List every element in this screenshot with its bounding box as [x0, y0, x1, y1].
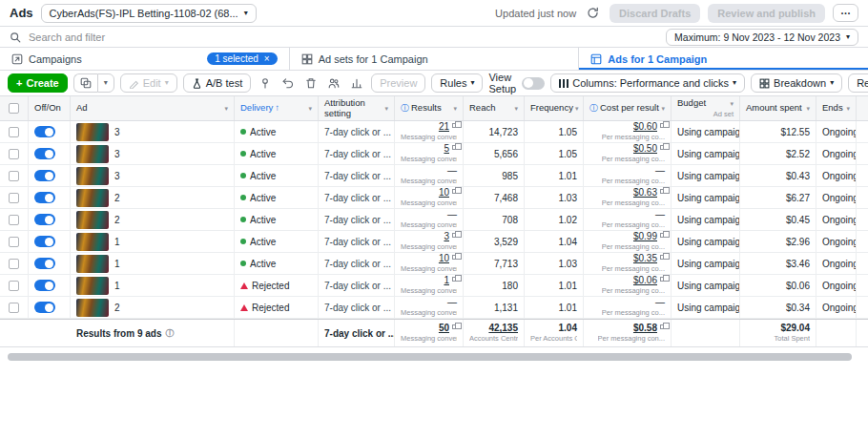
row-checkbox[interactable] [9, 303, 19, 313]
undo-button[interactable] [279, 74, 297, 92]
ad-thumbnail[interactable] [76, 299, 109, 317]
cost-value[interactable]: — [655, 297, 665, 307]
ad-on-off-toggle[interactable] [34, 126, 55, 137]
cost-value[interactable]: $0.63 [633, 187, 657, 198]
assign-people-button[interactable] [325, 74, 342, 92]
ad-on-off-toggle[interactable] [34, 214, 55, 225]
cost-value[interactable]: $0.60 [633, 121, 657, 132]
column-header-results[interactable]: ⓘResults▾ [395, 96, 464, 120]
rules-button[interactable]: Rules ▾ [431, 73, 483, 93]
ad-thumbnail[interactable] [76, 211, 109, 229]
ad-thumbnail[interactable] [76, 233, 109, 251]
search-input[interactable] [27, 31, 660, 44]
ad-name[interactable]: 2 [114, 193, 120, 203]
column-header-frequency[interactable]: Frequency▾ [525, 96, 584, 120]
results-value[interactable]: 21 [439, 121, 449, 132]
ad-on-off-toggle[interactable] [34, 258, 55, 269]
cost-value[interactable]: $0.06 [633, 275, 657, 285]
sort-caret-icon[interactable]: ▾ [384, 105, 388, 113]
ad-on-off-toggle[interactable] [34, 236, 55, 247]
column-header-ends[interactable]: Ends▾ [816, 96, 857, 120]
ad-thumbnail[interactable] [76, 145, 109, 163]
select-all-checkbox[interactable] [9, 103, 19, 114]
view-setup-toggle[interactable] [522, 77, 545, 90]
cost-value[interactable]: $0.99 [633, 231, 657, 241]
row-checkbox[interactable] [9, 215, 19, 225]
column-header-delivery[interactable]: Delivery↑▾ [235, 96, 319, 120]
columns-button[interactable]: Columns: Performance and clicks ▾ [550, 73, 745, 93]
ad-thumbnail[interactable] [76, 189, 109, 207]
results-value[interactable]: 3 [444, 231, 449, 241]
ad-name[interactable]: 2 [114, 303, 120, 313]
results-value[interactable]: 1 [444, 275, 449, 285]
sort-caret-icon[interactable]: ▾ [730, 100, 734, 108]
reports-button[interactable]: Reports ▾ [848, 73, 868, 93]
footer-reach-value[interactable]: 42,135 [488, 323, 518, 333]
create-button[interactable]: + Create [8, 73, 68, 93]
results-value[interactable]: — [447, 209, 457, 220]
ad-on-off-toggle[interactable] [34, 302, 55, 313]
row-checkbox[interactable] [9, 171, 19, 181]
sort-caret-icon[interactable]: ▾ [806, 105, 810, 113]
cost-value[interactable]: — [655, 165, 665, 176]
ad-thumbnail[interactable] [76, 277, 109, 295]
row-checkbox[interactable] [9, 127, 19, 137]
row-checkbox[interactable] [9, 149, 19, 159]
results-value[interactable]: — [447, 165, 457, 176]
delete-button[interactable] [302, 74, 320, 92]
column-header-cost[interactable]: ⓘCost per result▾ [584, 96, 672, 120]
tab-adsets[interactable]: Ad sets for 1 Campaign [290, 48, 580, 70]
ad-name[interactable]: 3 [114, 149, 120, 159]
footer-cost-value[interactable]: $0.58 [633, 323, 657, 333]
review-publish-button[interactable]: Review and publish [708, 4, 825, 23]
more-options-button[interactable]: … [833, 4, 858, 22]
sort-caret-icon[interactable]: ▾ [846, 105, 850, 113]
results-value[interactable]: — [447, 297, 457, 307]
ad-on-off-toggle[interactable] [34, 148, 55, 159]
row-checkbox[interactable] [9, 259, 19, 269]
results-value[interactable]: 10 [439, 253, 449, 263]
results-value[interactable]: 5 [444, 143, 449, 154]
column-header-reach[interactable]: Reach▾ [464, 96, 525, 120]
ad-thumbnail[interactable] [76, 123, 109, 141]
ad-on-off-toggle[interactable] [34, 192, 55, 203]
ad-name[interactable]: 1 [114, 237, 120, 247]
charts-button[interactable] [348, 74, 365, 92]
sort-caret-icon[interactable]: ▾ [575, 105, 579, 113]
ad-on-off-toggle[interactable] [34, 280, 55, 291]
edit-button[interactable]: Edit ▾ [120, 73, 177, 93]
duplicate-button[interactable] [73, 73, 97, 93]
pin-button[interactable] [257, 74, 274, 92]
row-checkbox[interactable] [9, 237, 19, 247]
ad-name[interactable]: 3 [114, 171, 120, 181]
discard-drafts-button[interactable]: Discard Drafts [610, 4, 700, 23]
ad-name[interactable]: 2 [114, 215, 120, 225]
sort-caret-icon[interactable]: ▾ [453, 105, 457, 113]
results-value[interactable]: 10 [439, 187, 449, 198]
horizontal-scrollbar[interactable] [8, 353, 860, 361]
ad-thumbnail[interactable] [76, 255, 109, 273]
sort-caret-icon[interactable]: ▾ [661, 105, 665, 113]
breakdown-button[interactable]: Breakdown ▾ [751, 73, 842, 93]
column-header-spent[interactable]: Amount spent▾ [740, 96, 816, 120]
ad-name[interactable]: 1 [114, 259, 120, 269]
refresh-button[interactable] [584, 4, 602, 22]
ad-name[interactable]: 1 [114, 281, 120, 291]
tab-campaigns[interactable]: Campaigns 1 selected × [0, 48, 290, 70]
selected-filter-badge[interactable]: 1 selected × [207, 52, 277, 65]
sort-caret-icon[interactable]: ▾ [514, 105, 518, 113]
date-range-selector[interactable]: Maximum: 9 Nov 2023 - 12 Nov 2023 ▾ [666, 29, 858, 46]
sort-caret-icon[interactable]: ▾ [308, 105, 312, 113]
horizontal-scrollbar-thumb[interactable] [8, 353, 852, 361]
cost-value[interactable]: $0.50 [633, 143, 657, 154]
close-icon[interactable]: × [264, 53, 270, 64]
ad-name[interactable]: 3 [114, 127, 120, 137]
ad-thumbnail[interactable] [76, 167, 109, 185]
row-checkbox[interactable] [9, 193, 19, 203]
ab-test-button[interactable]: A/B test [183, 73, 252, 93]
column-header-ad[interactable]: Ad▾ [71, 96, 235, 120]
campaign-dropdown[interactable]: CyberAds(FS)-IPL Betting-1108-02 (68... … [41, 4, 257, 23]
duplicate-caret-button[interactable]: ▾ [97, 73, 114, 93]
row-checkbox[interactable] [9, 281, 19, 291]
tab-ads[interactable]: Ads for 1 Campaign [579, 48, 868, 70]
